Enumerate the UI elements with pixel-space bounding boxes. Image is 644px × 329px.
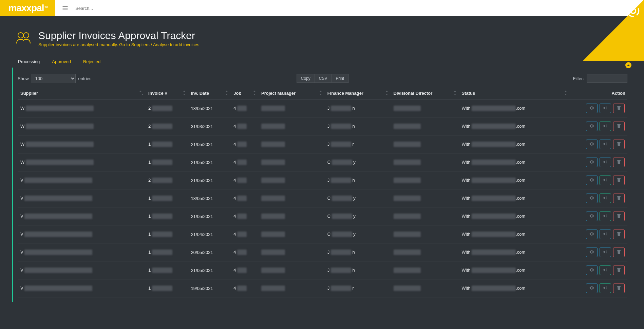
cell-pm: [259, 171, 325, 189]
entries-select[interactable]: 102550100: [32, 74, 76, 83]
delete-button[interactable]: [613, 248, 625, 257]
notify-button[interactable]: [600, 122, 611, 131]
cell-status: With .com: [459, 189, 570, 207]
cell-invoice: 1: [146, 225, 188, 243]
view-button[interactable]: [586, 176, 598, 185]
cell-invoice: 2: [146, 99, 188, 117]
notify-button[interactable]: [600, 176, 611, 185]
notify-button[interactable]: [600, 194, 611, 203]
view-button[interactable]: [586, 266, 598, 275]
cell-job: 4: [231, 243, 259, 261]
cell-date: 19/05/2021: [188, 279, 231, 297]
cell-supplier: W: [18, 153, 146, 171]
cell-job: 4: [231, 117, 259, 135]
col-fm[interactable]: Finance Manager: [325, 87, 391, 99]
notify-button[interactable]: [600, 104, 611, 113]
cell-dd: [391, 207, 459, 225]
view-button[interactable]: [586, 284, 598, 293]
eye-icon: [589, 159, 594, 166]
col-supplier[interactable]: Supplier: [18, 87, 146, 99]
cell-job: 4: [231, 189, 259, 207]
brand-logo[interactable]: maxxpalTM: [0, 0, 55, 16]
table-row: W 1 21/05/20214 J rWith .com: [18, 135, 627, 153]
tab-rejected[interactable]: Rejected: [77, 56, 107, 68]
view-button[interactable]: [586, 104, 598, 113]
sort-icon: [139, 90, 144, 96]
trash-icon: [616, 285, 622, 292]
cell-fm: C y: [325, 189, 391, 207]
cell-fm: J r: [325, 135, 391, 153]
cell-action: [570, 171, 627, 189]
data-panel: Show 102550100 entries Copy CSV Print Fi…: [12, 68, 632, 302]
trash-icon: [616, 267, 622, 274]
col-invoice[interactable]: Invoice #: [146, 87, 188, 99]
copy-button[interactable]: Copy: [297, 74, 315, 83]
delete-button[interactable]: [613, 266, 625, 275]
hamburger-icon[interactable]: [62, 5, 69, 12]
cell-status: With .com: [459, 153, 570, 171]
delete-button[interactable]: [613, 122, 625, 131]
cell-invoice: 2: [146, 171, 188, 189]
delete-button[interactable]: [613, 158, 625, 167]
sort-icon: [319, 90, 323, 96]
delete-button[interactable]: [613, 284, 625, 293]
eye-icon: [589, 195, 594, 202]
notify-button[interactable]: [600, 140, 611, 149]
delete-button[interactable]: [613, 176, 625, 185]
entries-label: entries: [78, 76, 92, 81]
cell-supplier: V: [18, 261, 146, 279]
tab-processing[interactable]: Processing: [12, 56, 46, 68]
bullhorn-icon: [603, 177, 608, 184]
filter-input[interactable]: [587, 74, 627, 83]
notify-button[interactable]: [600, 230, 611, 239]
cell-status: With .com: [459, 117, 570, 135]
cell-pm: [259, 135, 325, 153]
collapse-toggle[interactable]: [625, 62, 631, 68]
notify-button[interactable]: [600, 266, 611, 275]
col-dd[interactable]: Divisional Director: [391, 87, 459, 99]
refresh-icon[interactable]: [626, 3, 641, 18]
page-header: Supplier Invoices Approval Tracker Suppl…: [0, 16, 644, 56]
view-button[interactable]: [586, 122, 598, 131]
col-date[interactable]: Inv. Date: [188, 87, 231, 99]
cell-pm: [259, 225, 325, 243]
delete-button[interactable]: [613, 212, 625, 221]
notify-button[interactable]: [600, 284, 611, 293]
delete-button[interactable]: [613, 104, 625, 113]
bullhorn-icon: [603, 123, 608, 130]
table-row: V 1 20/05/20214 J hWith .com: [18, 243, 627, 261]
eye-icon: [589, 141, 594, 148]
view-button[interactable]: [586, 140, 598, 149]
table-row: W 2 18/05/20214 J hWith .com: [18, 99, 627, 117]
view-button[interactable]: [586, 230, 598, 239]
cell-date: 21/05/2021: [188, 171, 231, 189]
view-button[interactable]: [586, 194, 598, 203]
col-pm[interactable]: Project Manager: [259, 87, 325, 99]
bullhorn-icon: [603, 249, 608, 256]
csv-button[interactable]: CSV: [315, 74, 332, 83]
print-button[interactable]: Print: [332, 74, 349, 83]
tab-approved[interactable]: Approved: [46, 56, 77, 68]
search-input[interactable]: [75, 6, 177, 11]
view-button[interactable]: [586, 212, 598, 221]
trash-icon: [616, 249, 622, 256]
delete-button[interactable]: [613, 194, 625, 203]
delete-button[interactable]: [613, 230, 625, 239]
notify-button[interactable]: [600, 248, 611, 257]
trash-icon: [616, 213, 622, 220]
view-button[interactable]: [586, 158, 598, 167]
view-button[interactable]: [586, 248, 598, 257]
eye-icon: [589, 231, 594, 238]
brand-name: maxxpalTM: [8, 3, 46, 13]
cell-date: 20/05/2021: [188, 243, 231, 261]
col-job[interactable]: Job: [231, 87, 259, 99]
cell-pm: [259, 117, 325, 135]
notify-button[interactable]: [600, 158, 611, 167]
notify-button[interactable]: [600, 212, 611, 221]
col-status[interactable]: Status: [459, 87, 570, 99]
trash-icon: [616, 231, 622, 238]
cell-status: With .com: [459, 99, 570, 117]
cell-pm: [259, 189, 325, 207]
cell-supplier: V: [18, 189, 146, 207]
delete-button[interactable]: [613, 140, 625, 149]
